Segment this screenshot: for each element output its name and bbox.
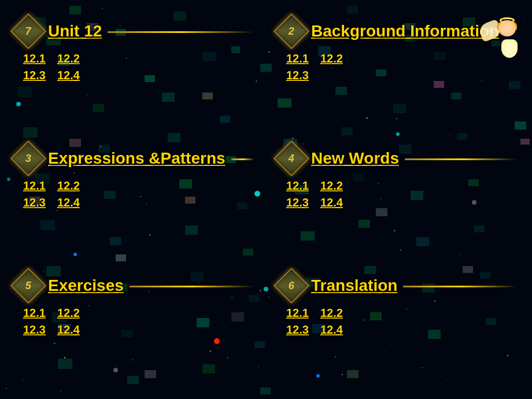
section-title-unit12: 7Unit 12 [14, 17, 254, 45]
sub-links-translation: 12.112.212.312.4 [286, 306, 518, 337]
title-text-translation: Translation [311, 277, 397, 295]
link-exercises-12.3[interactable]: 12.3 [23, 323, 46, 337]
section-expressions: 3Expressions &Patterns12.112.212.312.4 [6, 139, 263, 260]
link-translation-12.2[interactable]: 12.2 [320, 306, 343, 320]
badge-translation: 6 [278, 272, 305, 300]
link-unit12-12.2[interactable]: 12.2 [57, 52, 80, 65]
main-content: 7Unit 1212.112.212.312.42Background Info… [0, 0, 532, 399]
section-translation: 6Translation12.112.212.312.4 [269, 266, 526, 387]
link-unit12-12.1[interactable]: 12.1 [23, 52, 46, 65]
link-unit12-12.4[interactable]: 12.4 [57, 69, 80, 82]
title-text-unit12: Unit 12 [48, 23, 102, 40]
angel-dress [501, 39, 518, 58]
sub-links-unit12: 12.112.212.312.4 [23, 52, 254, 82]
title-bar-exercises [130, 286, 254, 287]
link-new-words-12.4[interactable]: 12.4 [320, 196, 343, 209]
title-bar-expressions [231, 158, 254, 160]
angel-decoration [480, 17, 520, 58]
link-translation-12.4[interactable]: 12.4 [320, 323, 343, 337]
badge-background-info: 2 [278, 17, 305, 45]
link-new-words-12.1[interactable]: 12.1 [286, 179, 309, 193]
link-exercises-12.2[interactable]: 12.2 [57, 306, 80, 320]
link-background-info-12.1[interactable]: 12.1 [286, 52, 309, 65]
link-unit12-12.3[interactable]: 12.3 [23, 69, 46, 82]
link-translation-12.3[interactable]: 12.3 [286, 323, 309, 337]
title-text-expressions: Expressions &Patterns [48, 150, 226, 168]
section-title-translation: 6Translation [278, 272, 518, 300]
badge-unit12: 7 [14, 17, 42, 45]
section-title-new-words: 4New Words [278, 145, 518, 172]
badge-new-words: 4 [278, 145, 305, 172]
section-unit12: 7Unit 1212.112.212.312.4 [6, 12, 263, 133]
link-expressions-12.3[interactable]: 12.3 [23, 196, 46, 209]
section-new-words: 4New Words12.112.212.312.4 [269, 139, 526, 260]
angel-head [498, 20, 516, 36]
badge-expressions: 3 [14, 145, 42, 172]
link-expressions-12.4[interactable]: 12.4 [57, 196, 80, 209]
title-text-exercises: Exercises [48, 277, 124, 295]
sub-links-exercises: 12.112.212.312.4 [23, 306, 254, 337]
title-bar-translation [403, 286, 518, 287]
sub-links-new-words: 12.112.212.312.4 [286, 179, 518, 209]
badge-exercises: 5 [14, 272, 42, 300]
link-new-words-12.3[interactable]: 12.3 [286, 196, 309, 209]
title-bar-unit12 [108, 31, 254, 33]
section-title-expressions: 3Expressions &Patterns [14, 145, 254, 172]
link-exercises-12.1[interactable]: 12.1 [23, 306, 46, 320]
link-new-words-12.2[interactable]: 12.2 [320, 179, 343, 193]
section-title-exercises: 5Exercises [14, 272, 254, 300]
link-expressions-12.1[interactable]: 12.1 [23, 179, 46, 193]
link-background-info-12.2[interactable]: 12.2 [320, 52, 343, 65]
section-exercises: 5Exercises12.112.212.312.4 [6, 266, 263, 387]
link-translation-12.1[interactable]: 12.1 [286, 306, 309, 320]
link-background-info-12.3[interactable]: 12.3 [286, 69, 309, 82]
link-expressions-12.2[interactable]: 12.2 [57, 179, 80, 193]
link-exercises-12.4[interactable]: 12.4 [57, 323, 80, 337]
title-bar-new-words [405, 158, 518, 160]
title-text-new-words: New Words [311, 150, 399, 168]
title-text-background-info: Background Information [311, 23, 499, 40]
sub-links-expressions: 12.112.212.312.4 [23, 179, 254, 209]
